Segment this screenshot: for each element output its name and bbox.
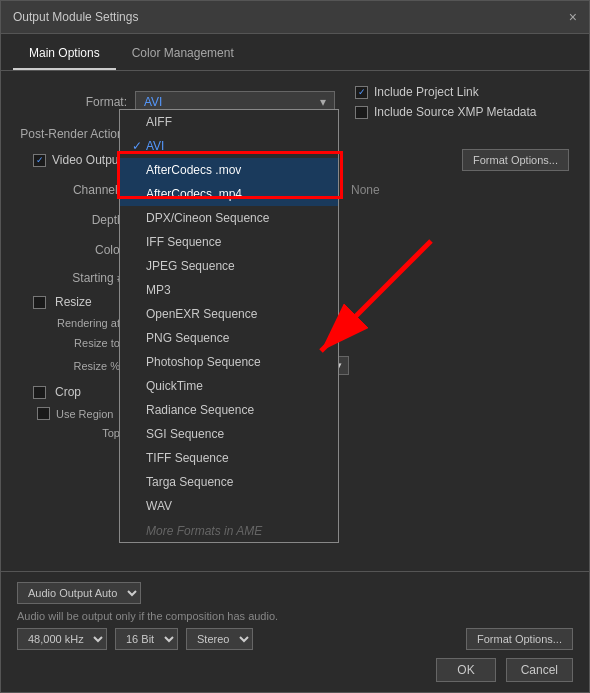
dropdown-item-radiance[interactable]: Radiance Sequence (120, 398, 338, 422)
use-region-label: Use Region (56, 408, 113, 420)
main-content: Format: AVI ▾ ✓ Include Project Link Inc… (1, 71, 589, 692)
tab-main-options[interactable]: Main Options (13, 38, 116, 70)
dropdown-item-wav[interactable]: WAV (120, 494, 338, 518)
format-options-button-bottom[interactable]: Format Options... (466, 628, 573, 650)
dropdown-item-openexr[interactable]: OpenEXR Sequence (120, 302, 338, 326)
dropdown-item-iff[interactable]: IFF Sequence (120, 230, 338, 254)
dropdown-item-quicktime[interactable]: QuickTime (120, 374, 338, 398)
none-label: None (351, 183, 380, 197)
post-render-label: Post-Render Action: (17, 127, 127, 141)
close-button[interactable]: × (569, 9, 577, 25)
dropdown-item-tiff[interactable]: TIFF Sequence (120, 446, 338, 470)
dropdown-item-aiff[interactable]: AIFF (120, 110, 338, 134)
window-title: Output Module Settings (13, 10, 138, 24)
include-source-xmp-checkbox[interactable] (355, 106, 368, 119)
dropdown-item-photoshop[interactable]: Photoshop Sequence (120, 350, 338, 374)
tab-color-management[interactable]: Color Management (116, 38, 250, 70)
resize-pct-label: Resize %: (33, 360, 123, 372)
chevron-down-icon: ▾ (320, 95, 326, 109)
include-source-xmp-row: Include Source XMP Metadata (355, 105, 537, 119)
ok-button[interactable]: OK (436, 658, 495, 682)
audio-settings-row: 48,000 kHz 16 Bit Stereo Format Options.… (17, 628, 573, 650)
dropdown-item-mp3[interactable]: MP3 (120, 278, 338, 302)
dropdown-item-avi[interactable]: ✓AVI (120, 134, 338, 158)
audio-output-row: Audio Output Auto (17, 582, 573, 604)
resize-to-label: Resize to: (33, 337, 123, 349)
channels-select[interactable]: Stereo (186, 628, 253, 650)
use-region-checkbox[interactable] (37, 407, 50, 420)
dropdown-item-aftercodecs-mp4[interactable]: AfterCodecs .mp4 (120, 182, 338, 206)
format-value: AVI (144, 95, 162, 109)
video-output-checkbox[interactable]: ✓ (33, 154, 46, 167)
tabs-bar: Main Options Color Management (1, 38, 589, 71)
dropdown-item-dpx[interactable]: DPX/Cineon Sequence (120, 206, 338, 230)
depth-label: Depth: (17, 213, 127, 227)
video-output-label: Video Output (52, 153, 122, 167)
dropdown-item-jpeg[interactable]: JPEG Sequence (120, 254, 338, 278)
right-checkboxes: ✓ Include Project Link Include Source XM… (355, 85, 537, 119)
rendering-at-label: Rendering at: (33, 317, 123, 329)
crop-checkbox[interactable] (33, 386, 46, 399)
top-label: Top: (33, 427, 123, 439)
channels-label: Channels: (17, 183, 127, 197)
output-module-settings-window: Output Module Settings × Main Options Co… (0, 0, 590, 693)
audio-info-label: Audio will be output only if the composi… (17, 610, 573, 622)
crop-label: Crop (55, 385, 81, 399)
resize-checkbox[interactable] (33, 296, 46, 309)
dropdown-item-aftercodecs-mov[interactable]: AfterCodecs .mov (120, 158, 338, 182)
color-label: Color: (17, 243, 127, 257)
title-bar: Output Module Settings × (1, 1, 589, 34)
ok-cancel-row: OK Cancel (17, 658, 573, 682)
starting-label: Starting #: (17, 271, 127, 285)
include-source-xmp-label: Include Source XMP Metadata (374, 105, 537, 119)
dropdown-item-targa[interactable]: Targa Sequence (120, 470, 338, 494)
dropdown-item-more-formats: More Formats in AME (120, 518, 338, 542)
format-options-button-top[interactable]: Format Options... (462, 149, 569, 171)
resize-label: Resize (55, 295, 92, 309)
dropdown-item-sgi[interactable]: SGI Sequence (120, 422, 338, 446)
dropdown-item-png[interactable]: PNG Sequence (120, 326, 338, 350)
audio-output-select[interactable]: Audio Output Auto (17, 582, 141, 604)
cancel-button[interactable]: Cancel (506, 658, 573, 682)
format-dropdown-menu: AIFF ✓AVI AfterCodecs .mov AfterCodecs .… (119, 109, 339, 543)
include-project-link-label: Include Project Link (374, 85, 479, 99)
format-label: Format: (17, 95, 127, 109)
bottom-section: Audio Output Auto Audio will be output o… (1, 571, 589, 692)
sample-rate-select[interactable]: 48,000 kHz (17, 628, 107, 650)
include-project-link-row: ✓ Include Project Link (355, 85, 537, 99)
bit-depth-select[interactable]: 16 Bit (115, 628, 178, 650)
include-project-link-checkbox[interactable]: ✓ (355, 86, 368, 99)
